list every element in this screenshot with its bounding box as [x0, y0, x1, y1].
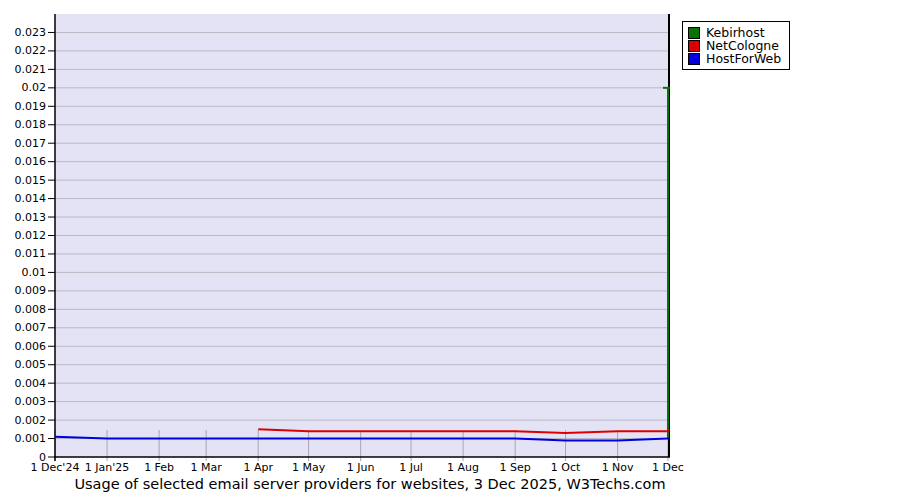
chart-title: Usage of selected email server providers…: [0, 476, 740, 492]
y-axis-tick-label: 0.018: [0, 118, 46, 131]
legend-item-hostforweb: HostForWeb: [688, 52, 781, 65]
y-axis-tick-label: 0.004: [0, 377, 46, 390]
y-axis-tick-label: 0.013: [0, 211, 46, 224]
y-axis-tick-label: 0.007: [0, 321, 46, 334]
w3techs-usage-chart: 00.0010.0020.0030.0040.0050.0060.0070.00…: [0, 0, 900, 500]
y-axis-tick-label: 0.023: [0, 26, 46, 39]
y-axis-tick-label: 0.019: [0, 100, 46, 113]
y-axis-tick-label: 0.021: [0, 63, 46, 76]
chart-canvas: [0, 0, 900, 500]
legend-box: KebirhostNetCologneHostForWeb: [682, 21, 790, 70]
y-axis-tick-label: 0.016: [0, 155, 46, 168]
y-axis-tick-label: 0.02: [0, 81, 46, 94]
legend-swatch-hostforweb: [688, 53, 700, 65]
y-axis-tick-label: 0.003: [0, 395, 46, 408]
y-axis-tick-label: 0.022: [0, 44, 46, 57]
y-axis-tick-label: 0.009: [0, 284, 46, 297]
y-axis-tick-label: 0.017: [0, 137, 46, 150]
y-axis-tick-label: 0.015: [0, 174, 46, 187]
y-axis-tick-label: 0.011: [0, 247, 46, 260]
y-axis-tick-label: 0.008: [0, 303, 46, 316]
y-axis-tick-label: 0.006: [0, 340, 46, 353]
legend-label: HostForWeb: [706, 52, 781, 65]
y-axis-tick-label: 0.005: [0, 358, 46, 371]
y-axis-tick-label: 0.014: [0, 192, 46, 205]
legend-swatch-kebirhost: [688, 27, 700, 39]
y-axis-tick-label: 0.01: [0, 266, 46, 279]
y-axis-tick-label: 0.012: [0, 229, 46, 242]
legend-swatch-netcologne: [688, 40, 700, 52]
y-axis-tick-label: 0.001: [0, 432, 46, 445]
y-axis-tick-label: 0.002: [0, 414, 46, 427]
x-axis-tick-label: 1 Dec: [623, 462, 713, 474]
